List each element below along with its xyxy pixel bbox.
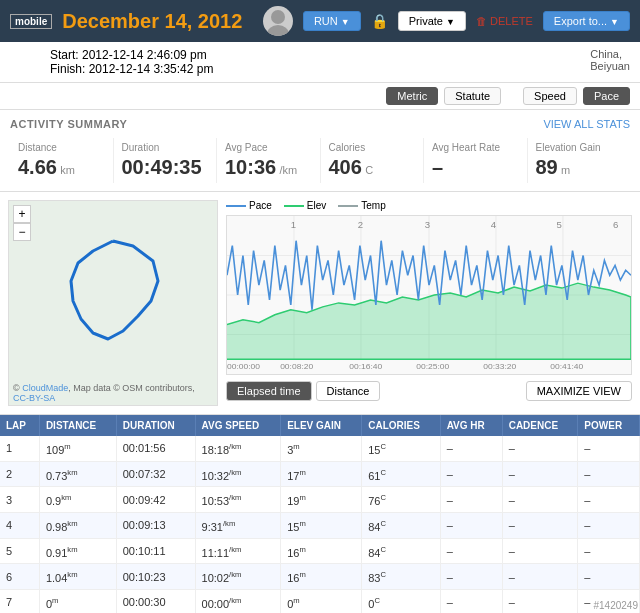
table-cell: – [578, 564, 640, 590]
run-button[interactable]: RUN ▼ [303, 11, 361, 31]
statute-toggle[interactable]: Statute [444, 87, 501, 105]
chart-container: PaceElevTemp 00:00:00 00:08:20 [218, 200, 632, 406]
stat-value: 4.66 km [18, 156, 105, 179]
cc-by-sa-link[interactable]: CC-BY-SA [13, 393, 55, 403]
stat-item: Avg Pace 10:36 /km [217, 138, 321, 183]
stat-value: – [432, 156, 519, 179]
speed-toggle[interactable]: Speed [523, 87, 577, 105]
stat-item: Distance 4.66 km [10, 138, 114, 183]
table-row: 1109m00:01:5618:18/km3m15C––– [0, 436, 640, 461]
stat-label: Calories [329, 142, 416, 153]
svg-text:00:08:20: 00:08:20 [280, 362, 313, 371]
table-cell: 84C [362, 538, 440, 564]
laps-table-header: POWER [578, 415, 640, 436]
meta-location: China, Beiyuan [590, 48, 630, 76]
chart-legend: PaceElevTemp [226, 200, 632, 211]
svg-text:5: 5 [557, 220, 562, 230]
table-row: 61.04km00:10:2310:02/km16m83C––– [0, 564, 640, 590]
svg-point-0 [271, 10, 285, 24]
table-cell: 2 [0, 461, 39, 487]
stat-item: Duration 00:49:35 [114, 138, 218, 183]
meta-start: Start: 2012-12-14 2:46:09 pm Finish: 201… [50, 48, 213, 76]
delete-button[interactable]: 🗑 DELETE [476, 15, 533, 27]
svg-rect-2 [43, 221, 183, 371]
table-cell: 83C [362, 564, 440, 590]
table-cell: 0.98km [39, 512, 116, 538]
stat-value: 406 C [329, 156, 416, 179]
metric-toggle[interactable]: Metric [386, 87, 438, 105]
table-cell: 7 [0, 589, 39, 613]
table-row: 50.91km00:10:1111:11/km16m84C––– [0, 538, 640, 564]
stat-label: Avg Heart Rate [432, 142, 519, 153]
laps-table-header: AVG SPEED [195, 415, 281, 436]
lock-icon: 🔒 [371, 13, 388, 29]
zoom-in-button[interactable]: + [13, 205, 31, 223]
table-cell: 00:01:56 [116, 436, 195, 461]
distance-button[interactable]: Distance [316, 381, 381, 401]
table-cell: 10:32/km [195, 461, 281, 487]
table-cell: 3 [0, 487, 39, 513]
table-cell: 76C [362, 487, 440, 513]
table-cell: 0m [281, 589, 362, 613]
table-cell: – [502, 564, 578, 590]
table-cell: 0.91km [39, 538, 116, 564]
table-cell: 19m [281, 487, 362, 513]
table-cell: – [502, 487, 578, 513]
header: mobile December 14, 2012 RUN ▼ 🔒 Private… [0, 0, 640, 42]
svg-text:00:16:40: 00:16:40 [349, 362, 382, 371]
cloudmade-link[interactable]: CloudMade [22, 383, 68, 393]
table-cell: 15C [362, 436, 440, 461]
laps-table-header: ELEV GAIN [281, 415, 362, 436]
table-cell: – [440, 461, 502, 487]
table-cell: 6 [0, 564, 39, 590]
header-title: December 14, 2012 [62, 10, 253, 33]
export-button[interactable]: Export to... ▼ [543, 11, 630, 31]
view-all-stats-link[interactable]: VIEW ALL STATS [543, 118, 630, 130]
svg-text:4: 4 [491, 220, 496, 230]
table-cell: – [502, 461, 578, 487]
stat-value: 00:49:35 [122, 156, 209, 179]
legend-item: Pace [226, 200, 272, 211]
stat-label: Distance [18, 142, 105, 153]
table-cell: 4 [0, 512, 39, 538]
table-cell: – [502, 436, 578, 461]
table-cell: 00:09:42 [116, 487, 195, 513]
map-track [43, 221, 183, 361]
stat-item: Elevation Gain 89 m [528, 138, 631, 183]
table-cell: – [578, 512, 640, 538]
table-cell: 9:31/km [195, 512, 281, 538]
private-button[interactable]: Private ▼ [398, 11, 466, 31]
pace-toggle[interactable]: Pace [583, 87, 630, 105]
table-cell: 00:00:30 [116, 589, 195, 613]
svg-text:2: 2 [358, 220, 363, 230]
activity-summary-title: ACTIVITY SUMMARY [10, 118, 127, 130]
table-cell: – [578, 436, 640, 461]
legend-item: Temp [338, 200, 385, 211]
table-cell: 109m [39, 436, 116, 461]
table-cell: – [578, 461, 640, 487]
svg-text:00:33:20: 00:33:20 [483, 362, 516, 371]
table-cell: 00:09:13 [116, 512, 195, 538]
table-cell: 15m [281, 512, 362, 538]
table-cell: 00:07:32 [116, 461, 195, 487]
svg-text:00:00:00: 00:00:00 [227, 362, 260, 371]
legend-item: Elev [284, 200, 326, 211]
table-cell: – [502, 538, 578, 564]
elapsed-time-button[interactable]: Elapsed time [226, 381, 312, 401]
table-cell: 3m [281, 436, 362, 461]
svg-text:6: 6 [613, 220, 618, 230]
stat-item: Avg Heart Rate – [424, 138, 528, 183]
svg-text:00:41:40: 00:41:40 [550, 362, 583, 371]
zoom-out-button[interactable]: − [13, 223, 31, 241]
table-cell: 0m [39, 589, 116, 613]
table-cell: – [502, 512, 578, 538]
table-row: 70m00:00:3000:00/km0m0C––– [0, 589, 640, 613]
table-cell: – [440, 487, 502, 513]
table-cell: 17m [281, 461, 362, 487]
table-cell: 18:18/km [195, 436, 281, 461]
table-cell: 1 [0, 436, 39, 461]
maximize-view-button[interactable]: MAXIMIZE VIEW [526, 381, 632, 401]
table-row: 30.9km00:09:4210:53/km19m76C––– [0, 487, 640, 513]
chart-area: 00:00:00 00:08:20 00:16:40 00:25:00 00:3… [226, 215, 632, 375]
laps-table: LAPDISTANCEDURATIONAVG SPEEDELEV GAINCAL… [0, 415, 640, 613]
